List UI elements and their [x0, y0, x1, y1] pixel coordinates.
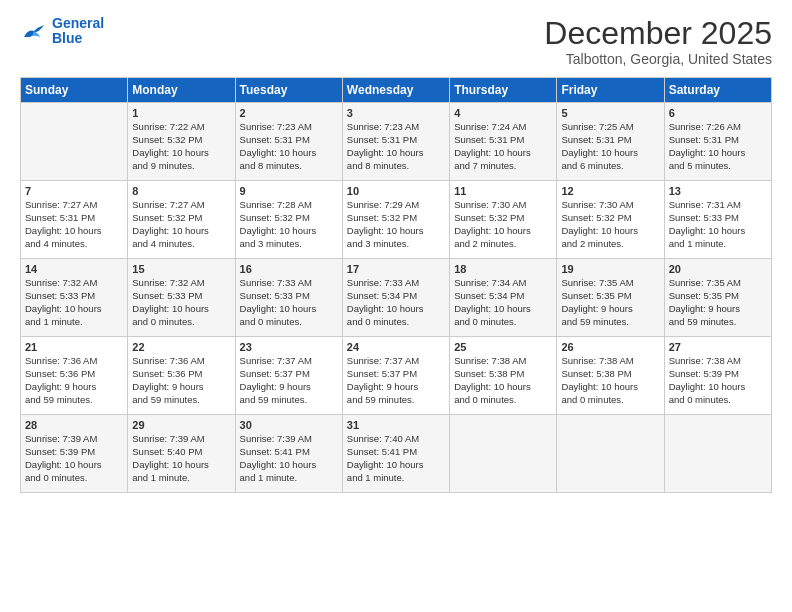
table-row: 22Sunrise: 7:36 AM Sunset: 5:36 PM Dayli…: [128, 337, 235, 415]
logo-text: General Blue: [52, 16, 104, 47]
day-info: Sunrise: 7:33 AM Sunset: 5:34 PM Dayligh…: [347, 277, 445, 328]
day-info: Sunrise: 7:27 AM Sunset: 5:32 PM Dayligh…: [132, 199, 230, 250]
day-info: Sunrise: 7:35 AM Sunset: 5:35 PM Dayligh…: [669, 277, 767, 328]
day-info: Sunrise: 7:26 AM Sunset: 5:31 PM Dayligh…: [669, 121, 767, 172]
table-row: 1Sunrise: 7:22 AM Sunset: 5:32 PM Daylig…: [128, 103, 235, 181]
day-number: 8: [132, 185, 230, 197]
table-row: 25Sunrise: 7:38 AM Sunset: 5:38 PM Dayli…: [450, 337, 557, 415]
day-number: 4: [454, 107, 552, 119]
day-info: Sunrise: 7:25 AM Sunset: 5:31 PM Dayligh…: [561, 121, 659, 172]
day-info: Sunrise: 7:27 AM Sunset: 5:31 PM Dayligh…: [25, 199, 123, 250]
day-number: 6: [669, 107, 767, 119]
calendar-table: Sunday Monday Tuesday Wednesday Thursday…: [20, 77, 772, 493]
title-area: December 2025 Talbotton, Georgia, United…: [544, 16, 772, 67]
table-row: 4Sunrise: 7:24 AM Sunset: 5:31 PM Daylig…: [450, 103, 557, 181]
day-info: Sunrise: 7:35 AM Sunset: 5:35 PM Dayligh…: [561, 277, 659, 328]
table-row: 12Sunrise: 7:30 AM Sunset: 5:32 PM Dayli…: [557, 181, 664, 259]
day-info: Sunrise: 7:30 AM Sunset: 5:32 PM Dayligh…: [561, 199, 659, 250]
day-info: Sunrise: 7:37 AM Sunset: 5:37 PM Dayligh…: [240, 355, 338, 406]
day-number: 29: [132, 419, 230, 431]
day-info: Sunrise: 7:32 AM Sunset: 5:33 PM Dayligh…: [25, 277, 123, 328]
header: General Blue December 2025 Talbotton, Ge…: [20, 16, 772, 67]
table-row: [557, 415, 664, 493]
table-row: 18Sunrise: 7:34 AM Sunset: 5:34 PM Dayli…: [450, 259, 557, 337]
table-row: 23Sunrise: 7:37 AM Sunset: 5:37 PM Dayli…: [235, 337, 342, 415]
table-row: 14Sunrise: 7:32 AM Sunset: 5:33 PM Dayli…: [21, 259, 128, 337]
weekday-header-row: Sunday Monday Tuesday Wednesday Thursday…: [21, 78, 772, 103]
header-monday: Monday: [128, 78, 235, 103]
table-row: 6Sunrise: 7:26 AM Sunset: 5:31 PM Daylig…: [664, 103, 771, 181]
table-row: 13Sunrise: 7:31 AM Sunset: 5:33 PM Dayli…: [664, 181, 771, 259]
day-info: Sunrise: 7:39 AM Sunset: 5:40 PM Dayligh…: [132, 433, 230, 484]
day-number: 25: [454, 341, 552, 353]
day-info: Sunrise: 7:32 AM Sunset: 5:33 PM Dayligh…: [132, 277, 230, 328]
day-number: 18: [454, 263, 552, 275]
day-info: Sunrise: 7:29 AM Sunset: 5:32 PM Dayligh…: [347, 199, 445, 250]
day-number: 13: [669, 185, 767, 197]
day-info: Sunrise: 7:22 AM Sunset: 5:32 PM Dayligh…: [132, 121, 230, 172]
day-number: 5: [561, 107, 659, 119]
day-info: Sunrise: 7:28 AM Sunset: 5:32 PM Dayligh…: [240, 199, 338, 250]
day-info: Sunrise: 7:33 AM Sunset: 5:33 PM Dayligh…: [240, 277, 338, 328]
day-number: 22: [132, 341, 230, 353]
day-number: 7: [25, 185, 123, 197]
day-info: Sunrise: 7:39 AM Sunset: 5:39 PM Dayligh…: [25, 433, 123, 484]
day-number: 9: [240, 185, 338, 197]
day-number: 31: [347, 419, 445, 431]
day-info: Sunrise: 7:31 AM Sunset: 5:33 PM Dayligh…: [669, 199, 767, 250]
day-number: 11: [454, 185, 552, 197]
day-number: 10: [347, 185, 445, 197]
table-row: 8Sunrise: 7:27 AM Sunset: 5:32 PM Daylig…: [128, 181, 235, 259]
header-friday: Friday: [557, 78, 664, 103]
table-row: 28Sunrise: 7:39 AM Sunset: 5:39 PM Dayli…: [21, 415, 128, 493]
logo: General Blue: [20, 16, 104, 47]
table-row: 29Sunrise: 7:39 AM Sunset: 5:40 PM Dayli…: [128, 415, 235, 493]
table-row: [21, 103, 128, 181]
header-wednesday: Wednesday: [342, 78, 449, 103]
table-row: 24Sunrise: 7:37 AM Sunset: 5:37 PM Dayli…: [342, 337, 449, 415]
day-number: 19: [561, 263, 659, 275]
table-row: [664, 415, 771, 493]
table-row: [450, 415, 557, 493]
table-row: 10Sunrise: 7:29 AM Sunset: 5:32 PM Dayli…: [342, 181, 449, 259]
table-row: 27Sunrise: 7:38 AM Sunset: 5:39 PM Dayli…: [664, 337, 771, 415]
calendar-week-row: 1Sunrise: 7:22 AM Sunset: 5:32 PM Daylig…: [21, 103, 772, 181]
day-info: Sunrise: 7:36 AM Sunset: 5:36 PM Dayligh…: [25, 355, 123, 406]
day-info: Sunrise: 7:30 AM Sunset: 5:32 PM Dayligh…: [454, 199, 552, 250]
day-number: 16: [240, 263, 338, 275]
day-number: 26: [561, 341, 659, 353]
table-row: 5Sunrise: 7:25 AM Sunset: 5:31 PM Daylig…: [557, 103, 664, 181]
logo-icon: [20, 19, 48, 43]
day-info: Sunrise: 7:39 AM Sunset: 5:41 PM Dayligh…: [240, 433, 338, 484]
table-row: 2Sunrise: 7:23 AM Sunset: 5:31 PM Daylig…: [235, 103, 342, 181]
table-row: 16Sunrise: 7:33 AM Sunset: 5:33 PM Dayli…: [235, 259, 342, 337]
header-thursday: Thursday: [450, 78, 557, 103]
day-info: Sunrise: 7:38 AM Sunset: 5:39 PM Dayligh…: [669, 355, 767, 406]
day-number: 14: [25, 263, 123, 275]
month-title: December 2025: [544, 16, 772, 51]
table-row: 17Sunrise: 7:33 AM Sunset: 5:34 PM Dayli…: [342, 259, 449, 337]
day-number: 30: [240, 419, 338, 431]
table-row: 15Sunrise: 7:32 AM Sunset: 5:33 PM Dayli…: [128, 259, 235, 337]
header-sunday: Sunday: [21, 78, 128, 103]
day-number: 23: [240, 341, 338, 353]
header-saturday: Saturday: [664, 78, 771, 103]
day-number: 21: [25, 341, 123, 353]
table-row: 31Sunrise: 7:40 AM Sunset: 5:41 PM Dayli…: [342, 415, 449, 493]
day-info: Sunrise: 7:38 AM Sunset: 5:38 PM Dayligh…: [454, 355, 552, 406]
day-number: 28: [25, 419, 123, 431]
day-number: 20: [669, 263, 767, 275]
day-info: Sunrise: 7:37 AM Sunset: 5:37 PM Dayligh…: [347, 355, 445, 406]
calendar-week-row: 21Sunrise: 7:36 AM Sunset: 5:36 PM Dayli…: [21, 337, 772, 415]
day-info: Sunrise: 7:40 AM Sunset: 5:41 PM Dayligh…: [347, 433, 445, 484]
calendar-week-row: 7Sunrise: 7:27 AM Sunset: 5:31 PM Daylig…: [21, 181, 772, 259]
day-number: 27: [669, 341, 767, 353]
day-info: Sunrise: 7:34 AM Sunset: 5:34 PM Dayligh…: [454, 277, 552, 328]
table-row: 21Sunrise: 7:36 AM Sunset: 5:36 PM Dayli…: [21, 337, 128, 415]
table-row: 7Sunrise: 7:27 AM Sunset: 5:31 PM Daylig…: [21, 181, 128, 259]
day-number: 24: [347, 341, 445, 353]
day-number: 15: [132, 263, 230, 275]
day-number: 3: [347, 107, 445, 119]
location: Talbotton, Georgia, United States: [544, 51, 772, 67]
table-row: 20Sunrise: 7:35 AM Sunset: 5:35 PM Dayli…: [664, 259, 771, 337]
